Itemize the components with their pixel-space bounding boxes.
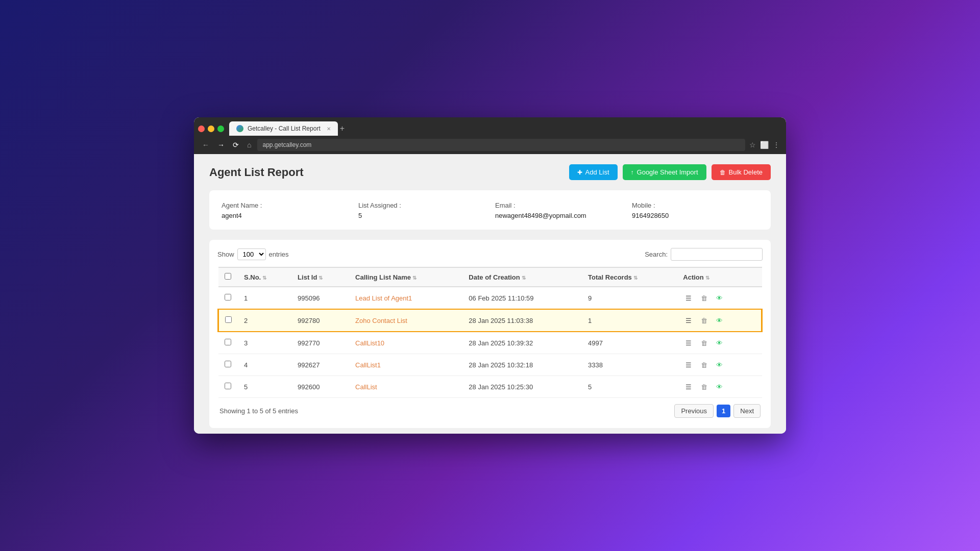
- view-icon[interactable]: 👁: [714, 315, 725, 326]
- extensions-icon[interactable]: ⬜: [760, 141, 769, 149]
- row-calling-list-name[interactable]: Zoho Contact List: [349, 309, 462, 332]
- google-sheet-import-button[interactable]: ↑ Google Sheet Import: [623, 164, 706, 180]
- refresh-button[interactable]: ⟳: [231, 140, 241, 150]
- row-checkbox-1[interactable]: [225, 316, 232, 323]
- row-calling-list-name[interactable]: CallList1: [349, 354, 462, 376]
- delete-icon[interactable]: 🗑: [698, 381, 709, 392]
- address-input[interactable]: [257, 139, 745, 151]
- tab-bar: Getcalley - Call List Report ✕ +: [194, 117, 786, 136]
- view-icon[interactable]: 👁: [714, 292, 725, 304]
- delete-icon[interactable]: 🗑: [698, 337, 709, 348]
- page-title: Agent List Report: [209, 166, 304, 179]
- show-label: Show: [217, 251, 234, 258]
- agent-name-value: agent4: [222, 212, 348, 219]
- select-all-header[interactable]: [218, 267, 238, 287]
- showing-text: Showing 1 to 5 of 5 entries: [219, 407, 298, 415]
- calling-list-link[interactable]: CallList: [355, 383, 377, 391]
- delete-icon[interactable]: 🗑: [698, 292, 709, 304]
- row-checkbox-3[interactable]: [225, 361, 231, 367]
- email-field: Email : newagent48498@yopmail.com: [495, 201, 622, 219]
- row-date-of-creation: 28 Jan 2025 10:39:32: [462, 332, 582, 354]
- row-checkbox-cell[interactable]: [218, 354, 238, 376]
- row-list-id: 992600: [291, 376, 349, 398]
- mobile-field: Mobile : 9164928650: [632, 201, 758, 219]
- menu-icon[interactable]: ⋮: [773, 141, 780, 149]
- row-checkbox-0[interactable]: [225, 294, 231, 300]
- row-total-records: 4997: [582, 332, 677, 354]
- add-list-icon: ✚: [577, 169, 582, 176]
- bookmark-icon[interactable]: ☆: [749, 141, 756, 149]
- previous-button[interactable]: Previous: [674, 404, 714, 418]
- row-action-cell: ☰ 🗑 👁: [677, 309, 762, 332]
- list-assigned-label: List Assigned :: [358, 202, 401, 209]
- table-row: 3 992770 CallList10 28 Jan 2025 10:39:32…: [218, 332, 762, 354]
- tab-close-icon[interactable]: ✕: [327, 126, 331, 132]
- calling-list-link[interactable]: CallList1: [355, 361, 381, 369]
- list-icon[interactable]: ☰: [683, 292, 694, 304]
- footer-area: 2025 © GetCalley.com (Version - V36.00): [209, 428, 771, 434]
- col-header-list-id[interactable]: List Id: [291, 267, 349, 287]
- entries-select[interactable]: 100: [237, 248, 266, 260]
- list-icon[interactable]: ☰: [683, 315, 694, 326]
- select-all-checkbox[interactable]: [225, 273, 231, 280]
- view-icon[interactable]: 👁: [714, 381, 725, 392]
- delete-icon[interactable]: 🗑: [698, 359, 709, 370]
- row-checkbox-cell[interactable]: [218, 376, 238, 398]
- row-checkbox-cell[interactable]: [218, 287, 238, 309]
- action-icons: ☰ 🗑 👁: [683, 359, 755, 370]
- email-label: Email :: [495, 202, 516, 209]
- list-icon[interactable]: ☰: [683, 337, 694, 348]
- minimize-window-button[interactable]: [208, 126, 214, 132]
- view-icon[interactable]: 👁: [714, 337, 725, 348]
- row-action-cell: ☰ 🗑 👁: [677, 354, 762, 376]
- col-header-total-records[interactable]: Total Records: [582, 267, 677, 287]
- col-header-sno[interactable]: S.No.: [238, 267, 291, 287]
- maximize-window-button[interactable]: [217, 126, 224, 132]
- browser-icons: ☆ ⬜ ⋮: [749, 141, 780, 149]
- view-icon[interactable]: 👁: [714, 359, 725, 370]
- row-checkbox-2[interactable]: [225, 339, 231, 345]
- table-row: 2 992780 Zoho Contact List 28 Jan 2025 1…: [218, 309, 762, 332]
- forward-button[interactable]: →: [215, 140, 227, 150]
- row-calling-list-name[interactable]: Lead List of Agent1: [349, 287, 462, 309]
- row-total-records: 9: [582, 287, 677, 309]
- tab-favicon-icon: [236, 125, 243, 132]
- row-action-cell: ☰ 🗑 👁: [677, 332, 762, 354]
- list-icon[interactable]: ☰: [683, 381, 694, 392]
- row-calling-list-name[interactable]: CallList: [349, 376, 462, 398]
- col-header-calling-list-name[interactable]: Calling List Name: [349, 267, 462, 287]
- new-tab-button[interactable]: +: [340, 124, 345, 133]
- calling-list-link[interactable]: Zoho Contact List: [355, 317, 407, 324]
- traffic-lights: [198, 126, 224, 132]
- row-sno: 1: [238, 287, 291, 309]
- list-icon[interactable]: ☰: [683, 359, 694, 370]
- row-checkbox-4[interactable]: [225, 383, 231, 389]
- calling-list-link[interactable]: CallList10: [355, 339, 384, 347]
- agent-info-card: Agent Name : agent4 List Assigned : 5 Em…: [209, 190, 771, 230]
- row-list-id: 992627: [291, 354, 349, 376]
- add-list-button[interactable]: ✚ Add List: [569, 164, 618, 180]
- table-row: 1 995096 Lead List of Agent1 06 Feb 2025…: [218, 287, 762, 309]
- col-header-date-of-creation[interactable]: Date of Creation: [462, 267, 582, 287]
- row-checkbox-cell[interactable]: [218, 332, 238, 354]
- calling-list-link[interactable]: Lead List of Agent1: [355, 294, 412, 302]
- row-date-of-creation: 28 Jan 2025 11:03:38: [462, 309, 582, 332]
- row-list-id: 995096: [291, 287, 349, 309]
- row-total-records: 3338: [582, 354, 677, 376]
- current-page-number[interactable]: 1: [717, 405, 730, 417]
- next-button[interactable]: Next: [733, 404, 761, 418]
- bulk-delete-button[interactable]: 🗑 Bulk Delete: [712, 164, 771, 180]
- page-content: Agent List Report ✚ Add List ↑ Google Sh…: [194, 154, 786, 434]
- row-sno: 3: [238, 332, 291, 354]
- agent-name-label: Agent Name :: [222, 202, 262, 209]
- search-box: Search:: [645, 248, 763, 261]
- back-button[interactable]: ←: [200, 140, 211, 150]
- close-window-button[interactable]: [198, 126, 205, 132]
- table-scroll-wrapper: S.No. List Id Calling List Name Date of …: [217, 267, 763, 398]
- home-button[interactable]: ⌂: [245, 140, 253, 150]
- active-tab[interactable]: Getcalley - Call List Report ✕: [229, 121, 338, 136]
- row-checkbox-cell[interactable]: [218, 309, 238, 332]
- delete-icon[interactable]: 🗑: [698, 315, 709, 326]
- row-calling-list-name[interactable]: CallList10: [349, 332, 462, 354]
- search-input[interactable]: [671, 248, 763, 261]
